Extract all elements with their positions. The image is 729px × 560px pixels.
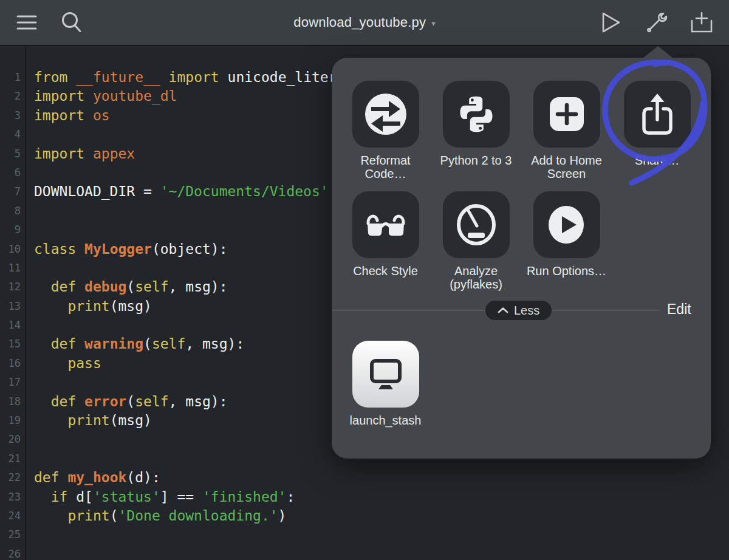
line-number: 4: [0, 125, 25, 144]
line-number: 24: [0, 507, 25, 525]
code-line: def my_hook(d):: [34, 468, 729, 487]
tool-python-2-to-3[interactable]: Python 2 to 3: [431, 81, 521, 180]
line-number: 9: [0, 220, 25, 239]
line-number: 23: [0, 488, 25, 507]
gauge-icon: [453, 202, 499, 248]
tool-tile: [352, 81, 419, 148]
line-number: 8: [0, 202, 25, 220]
tools-wrench-icon[interactable]: [643, 0, 671, 45]
less-row: Less Edit: [332, 301, 711, 320]
run-icon[interactable]: [598, 0, 625, 45]
tool-reformat-code[interactable]: Reformat Code…: [340, 81, 431, 180]
line-number: 15: [0, 335, 25, 353]
file-title: download_youtube.py: [293, 15, 426, 30]
tool-label: Reformat Code…: [344, 154, 428, 180]
tools-row-1: Reformat Code…Python 2 to 3Add to Home S…: [340, 81, 702, 180]
code-line: print('Done downloading.'): [34, 507, 729, 525]
tool-tile: [533, 191, 600, 258]
tool-label: Analyze (pyflakes): [434, 264, 518, 291]
chevron-up-icon: [498, 307, 508, 314]
tool-label: Share…: [635, 154, 679, 167]
code-line: [34, 545, 729, 560]
top-toolbar: download_youtube.py ▾: [0, 0, 729, 46]
monitor-icon: [363, 351, 409, 397]
glasses-icon: [363, 202, 409, 248]
file-title-menu[interactable]: download_youtube.py ▾: [293, 0, 435, 45]
tool-tile: [443, 81, 510, 148]
line-number: 6: [0, 163, 25, 182]
tool-launch-stash[interactable]: launch_stash: [340, 341, 431, 427]
tool-check-style[interactable]: Check Style: [340, 191, 431, 291]
line-number: 26: [0, 545, 25, 560]
title-caret-icon: ▾: [431, 17, 436, 28]
line-number: 2: [0, 87, 25, 106]
tool-label: Run Options…: [527, 264, 606, 278]
tool-run-options[interactable]: Run Options…: [521, 191, 612, 291]
tools-row-2: Check StyleAnalyze (pyflakes)Run Options…: [340, 191, 612, 291]
line-number: 14: [0, 316, 25, 335]
line-number: 18: [0, 392, 25, 411]
less-label: Less: [514, 304, 539, 318]
share-icon: [634, 91, 680, 137]
scripts-row: launch_stash: [340, 341, 431, 427]
tool-tile: [352, 191, 419, 258]
import-icon[interactable]: [688, 0, 716, 45]
tool-tile: [352, 341, 419, 408]
tool-tile: [624, 81, 691, 148]
search-icon[interactable]: [58, 0, 85, 45]
line-number: 25: [0, 525, 25, 544]
line-number: 12: [0, 278, 25, 296]
line-number: 19: [0, 411, 25, 430]
line-number: 21: [0, 449, 25, 468]
line-number: 20: [0, 430, 25, 449]
tool-label: launch_stash: [350, 414, 422, 427]
play-circle-icon: [544, 202, 590, 248]
tool-analyze-pyflakes[interactable]: Analyze (pyflakes): [431, 191, 521, 291]
line-number: 11: [0, 259, 25, 278]
menu-icon[interactable]: [13, 0, 40, 45]
line-number: 22: [0, 468, 25, 487]
line-number: 13: [0, 297, 25, 316]
python-logo-icon: [454, 92, 498, 136]
line-number: 16: [0, 354, 25, 373]
line-number: 3: [0, 106, 25, 125]
line-number: 17: [0, 373, 25, 392]
edit-button[interactable]: Edit: [667, 301, 691, 318]
pythonista-editor-screen: { "titlebar": { "title": "download_youtu…: [0, 0, 729, 560]
tool-label: Check Style: [353, 264, 418, 278]
tool-tile: [533, 81, 600, 148]
line-number: 5: [0, 145, 25, 163]
line-number: 7: [0, 182, 25, 201]
code-line: if d['status'] == 'finished':: [34, 488, 729, 507]
tool-tile: [443, 191, 510, 258]
less-button[interactable]: Less: [485, 301, 552, 320]
tool-label: Python 2 to 3: [440, 154, 512, 167]
code-line: [34, 525, 729, 544]
line-number: 1: [0, 68, 25, 87]
tool-share[interactable]: Share…: [612, 81, 702, 180]
tool-add-to-home-screen[interactable]: Add to Home Screen: [521, 81, 612, 180]
line-number-gutter: 1234567891011121314151617181920212223242…: [0, 46, 26, 560]
add-home-plus-icon: [544, 91, 590, 137]
tool-label: Add to Home Screen: [525, 154, 609, 180]
line-number: 10: [0, 240, 25, 259]
tools-popover: Reformat Code…Python 2 to 3Add to Home S…: [332, 58, 711, 459]
popover-arrow: [643, 46, 673, 58]
reformat-arrows-icon: [363, 91, 409, 137]
